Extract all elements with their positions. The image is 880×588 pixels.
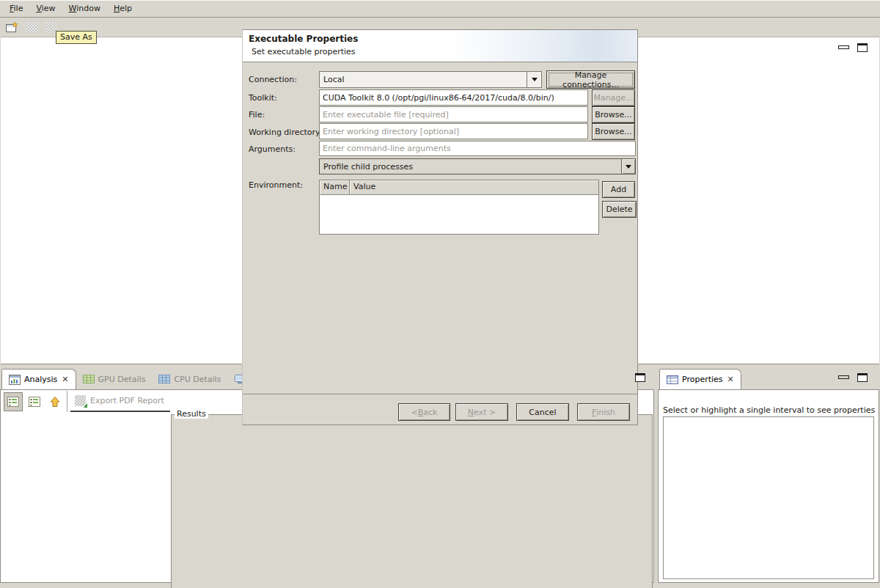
cpu-details-icon xyxy=(158,375,170,383)
analysis-list-view-button[interactable] xyxy=(4,392,23,411)
connection-label: Connection: xyxy=(249,75,297,84)
environment-table-header: Name Value xyxy=(320,180,598,195)
menu-bar: File View Window Help xyxy=(0,0,880,18)
new-session-icon xyxy=(5,21,19,34)
properties-tabbar: Properties ✕ xyxy=(658,369,880,389)
profile-mode-select[interactable]: Profile child processes xyxy=(319,158,636,174)
toolkit-label: Toolkit: xyxy=(249,93,277,103)
toolbar-separator xyxy=(67,391,67,412)
working-directory-label: Working directory: xyxy=(249,128,322,137)
results-group: Results xyxy=(171,414,653,588)
working-directory-input[interactable] xyxy=(319,123,588,139)
back-button[interactable]: < Back xyxy=(398,403,450,421)
delete-button[interactable]: Delete xyxy=(602,201,637,218)
export-pdf-icon xyxy=(75,395,86,406)
environment-label: Environment: xyxy=(249,180,303,190)
tab-gpu-details-label: GPU Details xyxy=(98,375,146,384)
properties-maximize-icon[interactable] xyxy=(857,373,868,382)
env-column-value[interactable]: Value xyxy=(350,180,598,195)
tab-analysis[interactable]: Analysis ✕ xyxy=(1,369,76,389)
properties-panel: Properties ✕ Select or highlight a singl… xyxy=(658,369,880,583)
tab-analysis-close-icon[interactable]: ✕ xyxy=(61,375,68,384)
menu-window[interactable]: Window xyxy=(62,1,107,15)
tab-properties[interactable]: Properties ✕ xyxy=(659,369,741,389)
executable-properties-dialog: Executable Properties Set executable pro… xyxy=(242,29,638,425)
properties-content: Select or highlight a single interval to… xyxy=(658,389,879,583)
tab-cpu-details-label: CPU Details xyxy=(174,375,221,384)
save-icon xyxy=(26,22,37,33)
new-session-button[interactable] xyxy=(3,20,21,36)
file-input[interactable] xyxy=(319,106,588,122)
up-arrow-icon xyxy=(49,396,61,408)
toolkit-manage-button[interactable]: Manage... xyxy=(592,89,635,106)
export-pdf-label: Export PDF Report xyxy=(90,396,164,405)
save-as-tooltip: Save As xyxy=(56,31,97,44)
editor-maximize-icon[interactable] xyxy=(857,43,868,52)
gpu-details-icon xyxy=(83,375,95,383)
arguments-input[interactable] xyxy=(319,141,636,156)
analysis-up-button[interactable] xyxy=(45,392,65,411)
add-button[interactable]: Add xyxy=(602,181,635,198)
properties-minimize-icon[interactable] xyxy=(838,375,849,379)
dialog-title: Executable Properties xyxy=(249,34,358,44)
environment-table: Name Value xyxy=(319,180,599,235)
menu-help[interactable]: Help xyxy=(107,1,139,15)
working-directory-browse-button[interactable]: Browse... xyxy=(592,123,635,140)
tab-properties-close-icon[interactable]: ✕ xyxy=(727,375,734,384)
manage-connections-button[interactable]: Manage connections... xyxy=(546,70,635,89)
profile-mode-value: Profile child processes xyxy=(320,159,621,174)
tab-gpu-details[interactable]: GPU Details xyxy=(76,369,153,389)
list-view-icon xyxy=(7,396,19,408)
menu-file[interactable]: File xyxy=(3,1,29,15)
connection-select[interactable]: Local xyxy=(319,71,542,88)
arguments-label: Arguments: xyxy=(249,144,296,154)
analysis-icon xyxy=(9,375,21,385)
cancel-button[interactable]: Cancel xyxy=(516,403,569,421)
properties-icon xyxy=(667,375,678,384)
save-button[interactable] xyxy=(23,20,40,36)
properties-list-area xyxy=(663,416,874,579)
analysis-maximize-icon[interactable] xyxy=(635,373,645,382)
results-label: Results xyxy=(175,409,208,419)
file-browse-button[interactable]: Browse... xyxy=(592,106,635,123)
connection-value: Local xyxy=(320,72,527,87)
dialog-header: Executable Properties Set executable pro… xyxy=(243,30,637,62)
file-label: File: xyxy=(249,110,265,120)
chevron-down-icon[interactable] xyxy=(527,72,541,87)
tab-cpu-details[interactable]: CPU Details xyxy=(152,369,227,389)
menu-view[interactable]: View xyxy=(29,1,62,15)
export-pdf-report-button[interactable]: Export PDF Report xyxy=(70,390,170,412)
toolkit-input[interactable] xyxy=(319,89,588,106)
outline-view-icon xyxy=(29,396,40,408)
editor-minimize-icon[interactable] xyxy=(838,45,849,49)
next-button[interactable]: Next > xyxy=(455,403,508,421)
tab-analysis-label: Analysis xyxy=(24,375,57,384)
dialog-subtitle: Set executable properties xyxy=(252,47,356,56)
finish-button[interactable]: Finish xyxy=(577,403,630,421)
tab-properties-label: Properties xyxy=(682,375,723,384)
analysis-outline-view-button[interactable] xyxy=(25,392,44,411)
env-column-name[interactable]: Name xyxy=(320,180,350,195)
chevron-down-icon[interactable] xyxy=(621,159,635,174)
properties-empty-message: Select or highlight a single interval to… xyxy=(663,405,877,415)
